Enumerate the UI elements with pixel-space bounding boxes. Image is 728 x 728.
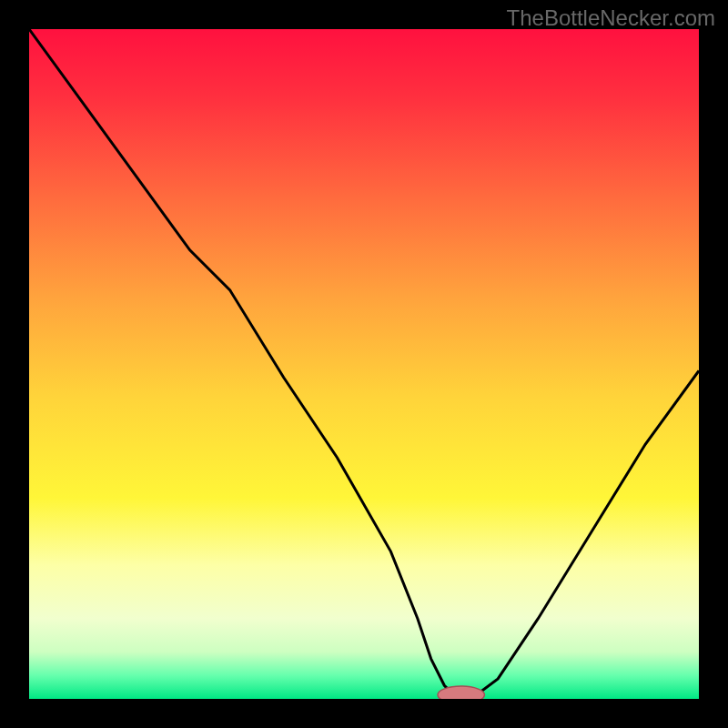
optimum-marker [438,686,485,699]
chart-svg [29,29,699,699]
gradient-background [29,29,699,699]
plot-area [29,29,699,699]
chart-frame: TheBottleNecker.com [0,0,728,728]
watermark-text: TheBottleNecker.com [507,5,715,31]
